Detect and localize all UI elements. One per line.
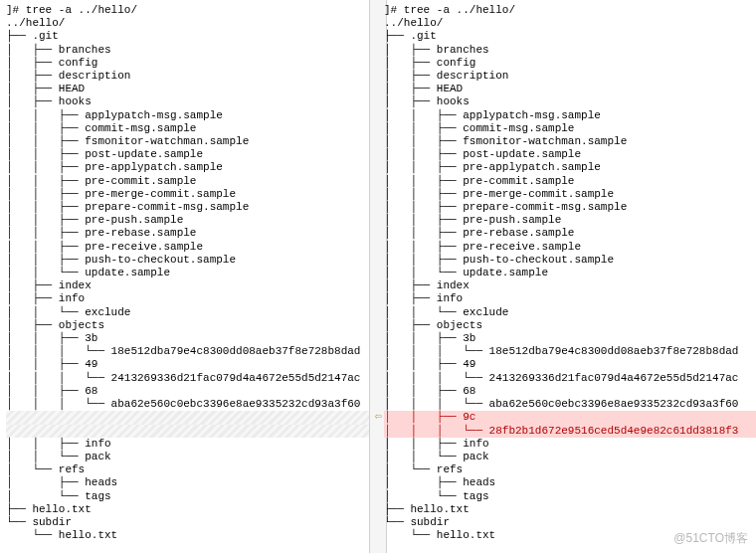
tree-line: │ ├── info (384, 292, 756, 305)
tree-line: │ │ ├── 49 (384, 358, 756, 371)
tree-line: │ │ └── exclude (6, 306, 377, 319)
tree-line: ├── hello.txt (384, 503, 756, 516)
tree-line: │ │ ├── applypatch-msg.sample (384, 109, 756, 122)
tree-line: ../hello/ (384, 17, 756, 30)
tree-line: └── hello.txt (6, 529, 377, 542)
left-pane[interactable]: ]# tree -a ../hello/../hello/├── .git│ ├… (0, 0, 378, 553)
tree-line: │ └── refs (384, 463, 756, 476)
diff-arrow-icon: ⇦ (369, 411, 387, 424)
tree-line: │ └── refs (6, 463, 377, 476)
tree-line: ../hello/ (6, 17, 377, 30)
tree-line: │ │ │ └── aba62e560c0ebc3396e8ae9335232c… (384, 398, 756, 411)
tree-line: │ │ ├── pre-merge-commit.sample (6, 188, 377, 201)
tree-line: │ ├── description (6, 70, 377, 83)
tree-line: │ ├── branches (6, 44, 377, 57)
tree-line: │ │ └── exclude (384, 306, 756, 319)
tree-line: │ ├── index (6, 279, 377, 292)
tree-line: │ │ ├── 49 (6, 358, 377, 371)
tree-line (6, 425, 377, 438)
tree-line: │ │ ├── pre-applypatch.sample (384, 161, 756, 174)
tree-line: │ │ ├── 9c (384, 411, 756, 424)
tree-line: │ │ ├── info (6, 438, 377, 451)
tree-line: │ │ ├── push-to-checkout.sample (6, 254, 377, 267)
tree-line: │ │ ├── pre-receive.sample (6, 241, 377, 254)
tree-line: │ │ └── update.sample (6, 267, 377, 279)
tree-line: │ │ ├── pre-commit.sample (384, 175, 756, 188)
tree-line: │ ├── info (6, 292, 377, 305)
tree-line: │ │ └── pack (384, 451, 756, 463)
tree-line (6, 411, 377, 424)
diff-container: ]# tree -a ../hello/../hello/├── .git│ ├… (0, 0, 756, 553)
tree-line: │ │ ├── post-update.sample (6, 148, 377, 161)
tree-line: │ │ ├── 68 (384, 385, 756, 398)
tree-line: │ ├── heads (384, 476, 756, 489)
tree-line: │ │ ├── pre-push.sample (6, 214, 377, 227)
tree-line: │ │ ├── commit-msg.sample (384, 122, 756, 135)
tree-line: │ │ ├── fsmonitor-watchman.sample (6, 135, 377, 148)
tree-line: │ │ │ └── 18e512dba79e4c8300dd08aeb37f8e… (6, 345, 377, 358)
tree-line: ]# tree -a ../hello/ (384, 4, 756, 17)
tree-line: │ │ ├── pre-receive.sample (384, 241, 756, 254)
tree-line: │ ├── hooks (6, 95, 377, 108)
tree-line: │ ├── description (384, 70, 756, 83)
tree-line: │ ├── config (384, 57, 756, 70)
tree-line: │ │ ├── pre-commit.sample (6, 175, 377, 188)
tree-line: │ │ ├── commit-msg.sample (6, 122, 377, 135)
tree-line: │ │ │ └── 2413269336d21fac079d4a4672e55d… (6, 372, 377, 385)
tree-line: └── subdir (6, 516, 377, 529)
tree-line: │ │ └── update.sample (384, 267, 756, 279)
tree-line: │ │ ├── prepare-commit-msg.sample (384, 201, 756, 214)
tree-line: ├── .git (6, 30, 377, 43)
tree-line: │ │ ├── 3b (6, 332, 377, 345)
tree-line: │ ├── heads (6, 476, 377, 489)
tree-line: ├── .git (384, 30, 756, 43)
tree-line: │ │ ├── push-to-checkout.sample (384, 254, 756, 267)
tree-line: │ │ │ └── 28fb2b1d672e9516ced5d4e9e82c61… (384, 425, 756, 438)
tree-line: │ │ ├── post-update.sample (384, 148, 756, 161)
tree-line: │ │ ├── pre-rebase.sample (6, 227, 377, 240)
tree-line: │ │ │ └── aba62e560c0ebc3396e8ae9335232c… (6, 398, 377, 411)
tree-line: │ │ ├── applypatch-msg.sample (6, 109, 377, 122)
tree-line: │ ├── HEAD (384, 83, 756, 95)
tree-line: ├── hello.txt (6, 503, 377, 516)
tree-line: │ ├── objects (384, 319, 756, 332)
tree-line: │ │ │ └── 2413269336d21fac079d4a4672e55d… (384, 372, 756, 385)
tree-line: │ │ ├── 3b (384, 332, 756, 345)
tree-line: │ ├── branches (384, 44, 756, 57)
tree-line: │ │ ├── fsmonitor-watchman.sample (384, 135, 756, 148)
tree-line: │ ├── config (6, 57, 377, 70)
tree-line: │ ├── HEAD (6, 83, 377, 95)
tree-line: │ └── tags (6, 490, 377, 503)
tree-line: │ │ ├── pre-push.sample (384, 214, 756, 227)
tree-line: │ │ ├── prepare-commit-msg.sample (6, 201, 377, 214)
tree-line: └── hello.txt (384, 529, 756, 542)
tree-line: │ ├── index (384, 279, 756, 292)
tree-line: │ │ ├── info (384, 438, 756, 451)
tree-line: │ │ ├── 68 (6, 385, 377, 398)
tree-line: ]# tree -a ../hello/ (6, 4, 377, 17)
tree-line: │ │ ├── pre-merge-commit.sample (384, 188, 756, 201)
tree-line: │ └── tags (384, 490, 756, 503)
tree-line: └── subdir (384, 516, 756, 529)
tree-line: │ │ ├── pre-rebase.sample (384, 227, 756, 240)
tree-line: │ ├── hooks (384, 95, 756, 108)
tree-line: │ │ │ └── 18e512dba79e4c8300dd08aeb37f8e… (384, 345, 756, 358)
tree-line: │ │ └── pack (6, 451, 377, 463)
right-pane[interactable]: ]# tree -a ../hello/../hello/├── .git│ ├… (378, 0, 756, 553)
tree-line: │ ├── objects (6, 319, 377, 332)
tree-line: │ │ ├── pre-applypatch.sample (6, 161, 377, 174)
